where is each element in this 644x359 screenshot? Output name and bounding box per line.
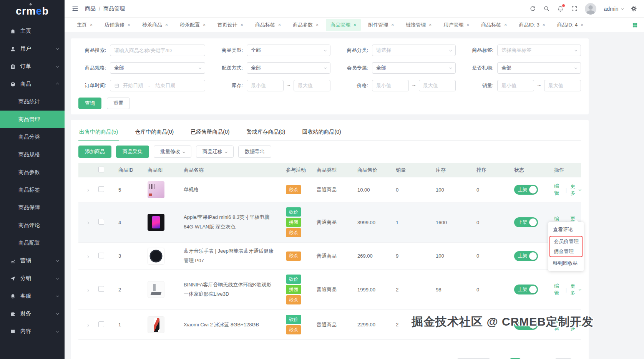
expand-row-icon[interactable] xyxy=(86,222,90,225)
tab-soldout[interactable]: 已经售罄商品(0) xyxy=(190,124,230,140)
status-toggle[interactable]: 上架 xyxy=(514,217,538,227)
menu-goods-comments[interactable]: 商品评论 xyxy=(0,217,65,234)
tab-home-design[interactable]: 首页设计× xyxy=(213,19,248,31)
menu-content[interactable]: 内容 xyxy=(0,323,65,340)
menu-goods-category[interactable]: 商品分类 xyxy=(0,128,65,146)
member-price-item[interactable]: 会员价管理 xyxy=(550,237,582,247)
tab-seckill-goods[interactable]: 秒杀商品× xyxy=(138,19,173,31)
batch-edit-button[interactable]: 批量修改 xyxy=(154,146,191,158)
tab-user-manage[interactable]: 用户管理× xyxy=(439,19,474,31)
tab-onsale[interactable]: 出售中的商品(5) xyxy=(78,124,119,140)
menu-goods-guarantee[interactable]: 商品保障 xyxy=(0,199,65,217)
edit-link[interactable]: 编辑 xyxy=(554,183,562,197)
tab-goods-manage[interactable]: 商品管理× xyxy=(326,19,361,31)
sales-min-input[interactable]: 最小值 xyxy=(497,80,534,91)
goods-search-input-field[interactable] xyxy=(114,48,201,53)
goods-category-select[interactable]: 请选择 xyxy=(372,45,456,56)
close-tab-icon[interactable]: × xyxy=(543,23,545,27)
fullscreen-icon[interactable] xyxy=(571,5,578,12)
menu-order[interactable]: 订单 xyxy=(0,58,65,75)
menu-goods-params[interactable]: 商品参数 xyxy=(0,164,65,181)
close-tab-icon[interactable]: × xyxy=(504,23,507,27)
delivery-method-select[interactable]: 全部 xyxy=(247,62,330,74)
row-checkbox[interactable] xyxy=(98,286,104,292)
layout-grid-icon[interactable] xyxy=(632,22,638,28)
tab-link-manage[interactable]: 链接管理× xyxy=(401,19,436,31)
row-checkbox[interactable] xyxy=(98,253,104,258)
tab-goods-id-4[interactable]: 商品ID: 4× xyxy=(553,19,588,31)
menu-goods[interactable]: 商品 xyxy=(0,75,65,93)
bell-icon[interactable] xyxy=(557,5,564,12)
tab-home[interactable]: 主页× xyxy=(72,19,97,31)
tab-attachment-manage[interactable]: 附件管理× xyxy=(363,19,398,31)
menu-goods-tags[interactable]: 商品标签 xyxy=(0,181,65,199)
menu-goods-stats[interactable]: 商品统计 xyxy=(0,93,65,111)
close-tab-icon[interactable]: × xyxy=(165,23,168,27)
status-toggle[interactable]: 上架 xyxy=(514,285,538,294)
menu-distribution[interactable]: 分销 xyxy=(0,270,65,287)
goods-spec-select[interactable]: 全部 xyxy=(110,62,205,74)
close-tab-icon[interactable]: × xyxy=(128,23,130,27)
more-link[interactable]: 更多 xyxy=(570,283,581,296)
sales-max-input[interactable]: 最大值 xyxy=(544,80,581,91)
export-data-button[interactable]: 数据导出 xyxy=(238,146,271,158)
select-all-checkbox[interactable] xyxy=(98,167,104,172)
menu-service[interactable]: 客服 xyxy=(0,287,65,305)
tab-goods-tags[interactable]: 商品标签× xyxy=(251,19,285,31)
menu-goods-manage[interactable]: 商品管理 xyxy=(0,111,65,128)
expand-row-icon[interactable] xyxy=(86,289,90,292)
more-link[interactable]: 更多 xyxy=(570,183,581,197)
tab-shop-decor[interactable]: 店铺装修× xyxy=(100,19,135,31)
add-goods-button[interactable]: 添加商品 xyxy=(78,146,111,158)
move-to-recycle-item[interactable]: 移到回收站 xyxy=(548,258,584,269)
menu-goods-config[interactable]: 商品配置 xyxy=(0,234,65,252)
member-exclusive-select[interactable]: 全部 xyxy=(372,62,456,74)
close-tab-icon[interactable]: × xyxy=(466,23,469,27)
search-button[interactable]: 查询 xyxy=(78,98,101,109)
tab-seckill-config[interactable]: 秒杀配置× xyxy=(175,19,210,31)
price-max-input[interactable]: 最大值 xyxy=(419,80,456,91)
goods-search-input[interactable] xyxy=(110,45,205,56)
close-tab-icon[interactable]: × xyxy=(90,23,93,27)
price-min-input[interactable]: 最小值 xyxy=(372,80,409,91)
avatar[interactable] xyxy=(585,3,596,15)
order-time-input[interactable]: 开始日期-结束日期 xyxy=(110,80,205,91)
collapse-sidebar-icon[interactable] xyxy=(71,5,79,12)
breadcrumb-parent[interactable]: 商品 xyxy=(85,5,96,12)
user-menu[interactable]: admin xyxy=(604,6,623,12)
commission-item[interactable]: 佣金管理 xyxy=(550,247,582,256)
stock-min-input[interactable]: 最小值 xyxy=(247,80,284,91)
goods-tag-select[interactable]: 选择商品标签 xyxy=(497,45,581,56)
tab-goods-params[interactable]: 商品参数× xyxy=(288,19,323,31)
menu-goods-spec[interactable]: 商品规格 xyxy=(0,146,65,164)
collect-goods-button[interactable]: 商品采集 xyxy=(116,146,149,158)
close-tab-icon[interactable]: × xyxy=(581,23,583,27)
stock-max-input[interactable]: 最大值 xyxy=(294,80,330,91)
migrate-goods-button[interactable]: 商品迁移 xyxy=(196,146,234,158)
row-checkbox[interactable] xyxy=(98,321,104,327)
goods-type-select[interactable]: 全部 xyxy=(247,45,330,56)
status-toggle[interactable]: 上架 xyxy=(514,251,538,261)
expand-row-icon[interactable] xyxy=(86,189,90,192)
status-toggle[interactable]: 上架 xyxy=(514,185,538,195)
close-tab-icon[interactable]: × xyxy=(278,23,281,27)
close-tab-icon[interactable]: × xyxy=(203,23,206,27)
row-checkbox[interactable] xyxy=(98,219,104,225)
close-tab-icon[interactable]: × xyxy=(429,23,432,27)
menu-user[interactable]: 用户 xyxy=(0,40,65,58)
view-comments-item[interactable]: 查看评论 xyxy=(548,224,584,235)
menu-marketing[interactable]: 营销 xyxy=(0,252,65,270)
close-tab-icon[interactable]: × xyxy=(241,23,243,27)
tab-goods-tags-2[interactable]: 商品标签× xyxy=(476,19,511,31)
close-tab-icon[interactable]: × xyxy=(391,23,394,27)
tab-goods-id-3[interactable]: 商品ID: 3× xyxy=(514,19,549,31)
gear-icon[interactable] xyxy=(631,5,637,12)
menu-finance[interactable]: 财务 xyxy=(0,305,65,323)
row-checkbox[interactable] xyxy=(98,186,104,192)
tab-warehouse[interactable]: 仓库中的商品(0) xyxy=(134,124,174,140)
menu-home[interactable]: 主页 xyxy=(0,22,65,40)
close-tab-icon[interactable]: × xyxy=(354,23,356,27)
close-tab-icon[interactable]: × xyxy=(316,23,319,27)
edit-link[interactable]: 编辑 xyxy=(554,283,562,296)
expand-row-icon[interactable] xyxy=(86,324,90,327)
